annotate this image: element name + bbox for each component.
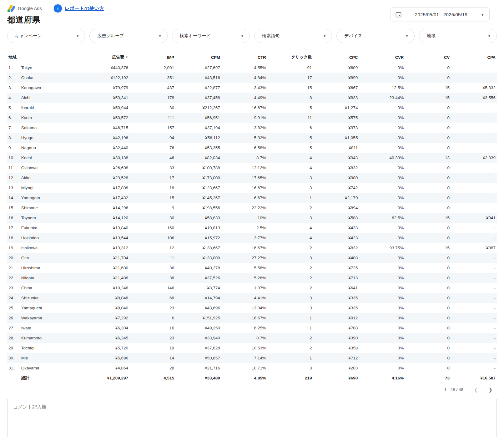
metric-value: ¥50,944 xyxy=(83,103,129,113)
column-header-CPC[interactable]: CPC xyxy=(313,52,359,63)
date-range-picker[interactable]: 2025/05/01 - 2025/05/19 ▼ xyxy=(390,7,490,22)
region-name: Wakayama xyxy=(20,313,84,323)
region-name: Hokkaido xyxy=(20,233,84,243)
report-help-link[interactable]: レポートの使い方 xyxy=(65,5,104,12)
filter-device[interactable]: デバイス ▼ xyxy=(336,29,414,43)
column-header-地域[interactable]: 地域 xyxy=(7,52,83,63)
filter-region[interactable]: 地域 ▼ xyxy=(419,29,497,43)
metric-value: 111 xyxy=(129,113,175,123)
metric-value: ¥203 xyxy=(313,363,359,373)
region-name: Kochi xyxy=(20,153,84,163)
metric-value: ¥122,192 xyxy=(83,73,129,83)
column-header-CPA[interactable]: CPA xyxy=(451,52,497,63)
metric-value: 30 xyxy=(129,213,175,223)
metric-value: 0 xyxy=(405,103,451,113)
table-row: 27.Iwate¥6,30416¥49,2506.25%1¥7880%0- xyxy=(7,323,497,333)
column-header-クリック数[interactable]: クリック数 xyxy=(267,52,313,63)
metric-value: - xyxy=(451,73,497,83)
row-rank: 25. xyxy=(7,303,20,313)
metric-value: 2 xyxy=(267,243,313,253)
column-header-IMP[interactable]: IMP xyxy=(129,52,175,63)
metric-value: 16.67% xyxy=(221,313,267,323)
metric-value: - xyxy=(451,143,497,153)
table-row: 24.Shizuoka¥8,04868¥14,7944.41%3¥3350%0- xyxy=(7,293,497,303)
metric-value: ¥40,278 xyxy=(175,263,221,273)
filter-ad-group[interactable]: 広告グループ ▼ xyxy=(89,29,167,43)
metric-value: 38 xyxy=(129,273,175,283)
metric-value: ¥53,355 xyxy=(175,143,221,153)
previous-page-icon[interactable]: ❮ xyxy=(474,387,478,392)
column-header-CPM[interactable]: CPM xyxy=(175,52,221,63)
next-page-icon[interactable]: ❯ xyxy=(488,387,492,392)
metric-value: 15 xyxy=(405,213,451,223)
row-rank: 8. xyxy=(7,133,20,143)
metric-value: 6 xyxy=(129,313,175,323)
metric-value: 0% xyxy=(359,233,405,243)
metric-value: 6.67% xyxy=(221,193,267,203)
metric-value: ¥22,877 xyxy=(175,83,221,93)
metric-value: 3.77% xyxy=(221,233,267,243)
table-row: 8.Hyogo¥42,19694¥56,1125.32%5¥1,0550%0- xyxy=(7,133,497,143)
metric-value: ¥138,667 xyxy=(175,243,221,253)
column-header-広告費[interactable]: 広告費▼ xyxy=(83,52,129,63)
metric-value: ¥899 xyxy=(313,73,359,83)
column-header-CV[interactable]: CV xyxy=(405,52,451,63)
filter-search-keyword[interactable]: 検索キーワード ▼ xyxy=(172,29,250,43)
metric-value: 0% xyxy=(359,133,405,143)
table-row: 15.Shimane¥14,2969¥198,55622.22%2¥8940%0… xyxy=(7,203,497,213)
metric-value: 17 xyxy=(267,73,313,83)
metric-value: ¥488 xyxy=(313,253,359,263)
metric-value: 10.53% xyxy=(221,343,267,353)
row-rank: 27. xyxy=(7,323,20,333)
row-rank: 6. xyxy=(7,113,20,123)
column-header-CVR[interactable]: CVR xyxy=(359,52,405,63)
metric-value: 23 xyxy=(129,333,175,343)
region-name: Ishikawa xyxy=(20,243,84,253)
metric-value: - xyxy=(451,63,497,73)
comment-input[interactable] xyxy=(7,399,497,437)
metric-value: ¥43,516 xyxy=(175,73,221,83)
metric-value: ¥10,248 xyxy=(83,283,129,293)
metric-value: ¥33,480 xyxy=(175,373,221,383)
row-rank: 11. xyxy=(7,163,20,173)
metric-value: ¥173,000 xyxy=(175,173,221,183)
column-header-CTR[interactable]: CTR xyxy=(221,52,267,63)
metric-value: ¥811 xyxy=(313,143,359,153)
metric-value: 36 xyxy=(129,263,175,273)
metric-value: ¥82,034 xyxy=(175,153,221,163)
metric-value: ¥725 xyxy=(313,263,359,273)
metric-value: 6.58% xyxy=(221,143,267,153)
metric-value: 14 xyxy=(129,353,175,363)
metric-value: 18 xyxy=(129,183,175,193)
filter-campaign[interactable]: キャンペーン ▼ xyxy=(7,29,85,43)
region-name: Mie xyxy=(20,353,84,363)
metric-value: ¥8,040 xyxy=(83,303,129,313)
metric-value: ¥335 xyxy=(313,293,359,303)
metric-value: ¥712 xyxy=(313,353,359,363)
metric-value: 15 xyxy=(405,83,451,93)
metric-value: 40.33% xyxy=(359,153,405,163)
metric-value: 15 xyxy=(405,93,451,103)
row-rank: 12. xyxy=(7,173,20,183)
top-bar: Google Ads i レポートの使い方 都道府県 2025/05/01 - … xyxy=(7,0,497,25)
metric-value: 2 xyxy=(267,343,313,353)
metric-value: ¥27,697 xyxy=(175,63,221,73)
metric-value: 15 xyxy=(267,83,313,93)
calendar-icon xyxy=(396,12,401,18)
metric-value: 3.43% xyxy=(221,83,267,93)
metric-value: ¥5,332 xyxy=(451,83,497,93)
metric-value: 13.04% xyxy=(221,303,267,313)
metric-value: ¥690 xyxy=(313,373,359,383)
row-rank: 10. xyxy=(7,153,20,163)
metric-value: ¥10,813 xyxy=(175,223,221,233)
region-name: Niigata xyxy=(20,273,84,283)
metric-value: ¥894 xyxy=(313,203,359,213)
metric-value: ¥53,341 xyxy=(83,93,129,103)
table-row: 21.Hiroshima¥11,60036¥40,2785.56%2¥7250%… xyxy=(7,263,497,273)
region-name: Miyagi xyxy=(20,183,84,193)
metric-value: 0% xyxy=(359,363,405,373)
metric-value: ¥37,526 xyxy=(175,273,221,283)
filter-search-term[interactable]: 検索語句 ▼ xyxy=(254,29,332,43)
metric-value: ¥49,250 xyxy=(175,323,221,333)
metric-value: 0% xyxy=(359,323,405,333)
